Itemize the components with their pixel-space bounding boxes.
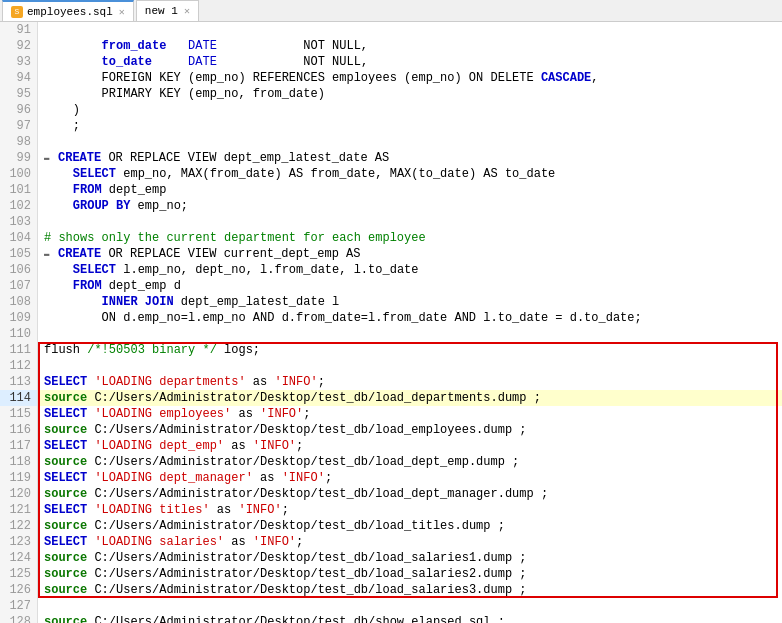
ln-123: 123 [0, 534, 37, 550]
code-line-98 [38, 134, 782, 150]
ln-113: 113 [0, 374, 37, 390]
tab-new-label: new 1 [145, 5, 178, 17]
ln-100: 100 [0, 166, 37, 182]
ln-99: 99 [0, 150, 37, 166]
code-line-114: source C:/Users/Administrator/Desktop/te… [38, 390, 782, 406]
code-line-116: source C:/Users/Administrator/Desktop/te… [38, 422, 782, 438]
code-line-99: ▬CREATE OR REPLACE VIEW dept_emp_latest_… [38, 150, 782, 166]
code-line-103 [38, 214, 782, 230]
code-line-93: to_date DATE NOT NULL, [38, 54, 782, 70]
code-line-115: SELECT 'LOADING employees' as 'INFO'; [38, 406, 782, 422]
ln-95: 95 [0, 86, 37, 102]
code-line-97: ; [38, 118, 782, 134]
code-line-112 [38, 358, 782, 374]
code-line-125: source C:/Users/Administrator/Desktop/te… [38, 566, 782, 582]
ln-105: 105 [0, 246, 37, 262]
code-line-126: source C:/Users/Administrator/Desktop/te… [38, 582, 782, 598]
ln-121: 121 [0, 502, 37, 518]
ln-117: 117 [0, 438, 37, 454]
code-line-127 [38, 598, 782, 614]
ln-110: 110 [0, 326, 37, 342]
ln-108: 108 [0, 294, 37, 310]
ln-119: 119 [0, 470, 37, 486]
ln-114: 114 [0, 390, 37, 406]
ln-98: 98 [0, 134, 37, 150]
code-line-117: SELECT 'LOADING dept_emp' as 'INFO'; [38, 438, 782, 454]
code-line-104: # shows only the current department for … [38, 230, 782, 246]
tab-employees-close[interactable]: ✕ [119, 6, 125, 18]
ln-91: 91 [0, 22, 37, 38]
fold-icon-99[interactable]: ▬ [44, 150, 58, 166]
code-line-128: source C:/Users/Administrator/Desktop/te… [38, 614, 782, 623]
code-line-101: FROM dept_emp [38, 182, 782, 198]
line-numbers: 91 92 93 94 95 96 97 98 99 100 101 102 1… [0, 22, 38, 623]
ln-101: 101 [0, 182, 37, 198]
code-line-121: SELECT 'LOADING titles' as 'INFO'; [38, 502, 782, 518]
fold-icon-105[interactable]: ▬ [44, 246, 58, 262]
ln-127: 127 [0, 598, 37, 614]
tab-new1-close[interactable]: ✕ [184, 5, 190, 17]
code-line-100: SELECT emp_no, MAX(from_date) AS from_da… [38, 166, 782, 182]
ln-94: 94 [0, 70, 37, 86]
code-line-91 [38, 22, 782, 38]
ln-116: 116 [0, 422, 37, 438]
ln-125: 125 [0, 566, 37, 582]
ln-128: 128 [0, 614, 37, 623]
code-line-122: source C:/Users/Administrator/Desktop/te… [38, 518, 782, 534]
ln-104: 104 [0, 230, 37, 246]
ln-109: 109 [0, 310, 37, 326]
ln-126: 126 [0, 582, 37, 598]
ln-115: 115 [0, 406, 37, 422]
code-line-95: PRIMARY KEY (emp_no, from_date) [38, 86, 782, 102]
ln-102: 102 [0, 198, 37, 214]
ln-107: 107 [0, 278, 37, 294]
code-line-109: ON d.emp_no=l.emp_no AND d.from_date=l.f… [38, 310, 782, 326]
ln-111: 111 [0, 342, 37, 358]
code-line-120: source C:/Users/Administrator/Desktop/te… [38, 486, 782, 502]
code-line-108: INNER JOIN dept_emp_latest_date l [38, 294, 782, 310]
ln-124: 124 [0, 550, 37, 566]
code-line-110 [38, 326, 782, 342]
code-line-119: SELECT 'LOADING dept_manager' as 'INFO'; [38, 470, 782, 486]
tab-sql-icon: S [11, 6, 23, 18]
code-line-107: FROM dept_emp d [38, 278, 782, 294]
code-line-102: GROUP BY emp_no; [38, 198, 782, 214]
ln-96: 96 [0, 102, 37, 118]
ln-106: 106 [0, 262, 37, 278]
tab-employees-label: employees.sql [27, 6, 113, 18]
code-line-106: SELECT l.emp_no, dept_no, l.from_date, l… [38, 262, 782, 278]
tab-employees-sql[interactable]: S employees.sql ✕ [2, 0, 134, 21]
ln-97: 97 [0, 118, 37, 134]
code-line-94: FOREIGN KEY (emp_no) REFERENCES employee… [38, 70, 782, 86]
ln-93: 93 [0, 54, 37, 70]
code-line-105: ▬CREATE OR REPLACE VIEW current_dept_emp… [38, 246, 782, 262]
code-line-123: SELECT 'LOADING salaries' as 'INFO'; [38, 534, 782, 550]
code-line-113: SELECT 'LOADING departments' as 'INFO'; [38, 374, 782, 390]
tab-new1[interactable]: new 1 ✕ [136, 0, 199, 21]
tab-bar: S employees.sql ✕ new 1 ✕ [0, 0, 782, 22]
ln-118: 118 [0, 454, 37, 470]
code-line-111: flush /*!50503 binary */ logs; [38, 342, 782, 358]
ln-112: 112 [0, 358, 37, 374]
code-line-118: source C:/Users/Administrator/Desktop/te… [38, 454, 782, 470]
editor: 91 92 93 94 95 96 97 98 99 100 101 102 1… [0, 22, 782, 623]
ln-120: 120 [0, 486, 37, 502]
ln-103: 103 [0, 214, 37, 230]
code-line-96: ) [38, 102, 782, 118]
code-area[interactable]: from_date DATE NOT NULL, to_date DATE NO… [38, 22, 782, 623]
code-line-124: source C:/Users/Administrator/Desktop/te… [38, 550, 782, 566]
code-line-92: from_date DATE NOT NULL, [38, 38, 782, 54]
ln-92: 92 [0, 38, 37, 54]
ln-122: 122 [0, 518, 37, 534]
